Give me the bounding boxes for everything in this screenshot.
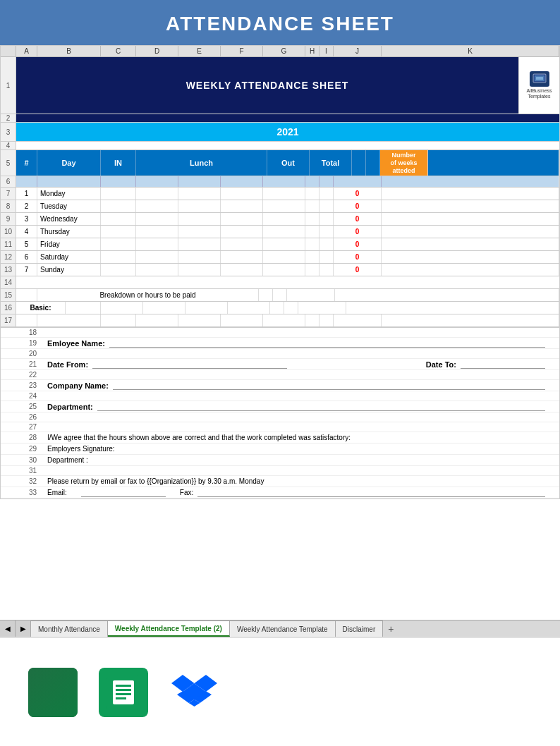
day5-i[interactable] (319, 238, 334, 250)
day3-lunch2[interactable] (178, 213, 221, 225)
day3-out[interactable] (221, 213, 263, 225)
email-line[interactable] (81, 489, 166, 497)
day1-k[interactable] (382, 188, 559, 200)
day2-total[interactable] (263, 200, 305, 212)
day4-in[interactable] (101, 226, 136, 238)
day7-in[interactable] (101, 264, 136, 276)
breakdown-j (287, 289, 335, 301)
company-name-line[interactable] (113, 381, 545, 390)
basic-c[interactable] (66, 302, 101, 314)
excel-icon[interactable]: X (28, 668, 78, 717)
department-line[interactable] (97, 403, 545, 411)
day4-i[interactable] (319, 226, 334, 238)
day1-num: 1 (16, 188, 37, 200)
day-row-sunday: 13 7 Sunday 0 (1, 264, 559, 276)
icons-bar: X (0, 637, 560, 746)
day4-lunch1[interactable] (136, 226, 178, 238)
breakdown-row: 15 Breakdown or hours to be paid (1, 289, 559, 302)
day2-h[interactable] (305, 200, 319, 212)
day7-lunch2[interactable] (178, 264, 221, 276)
day3-i[interactable] (319, 213, 334, 225)
day6-k[interactable] (382, 251, 559, 263)
svg-rect-9 (116, 693, 131, 695)
day2-lunch2[interactable] (178, 200, 221, 212)
tab-monthly-attendance[interactable]: Monthly Attendance (31, 620, 108, 637)
day6-lunch1[interactable] (136, 251, 178, 263)
basic-label: Basic: (16, 302, 66, 314)
day3-lunch1[interactable] (136, 213, 178, 225)
basic-h[interactable] (270, 302, 284, 314)
day5-lunch2[interactable] (178, 238, 221, 250)
day3-k[interactable] (382, 213, 559, 225)
day7-out[interactable] (221, 264, 263, 276)
tab-disclaimer[interactable]: Disclaimer (336, 620, 384, 637)
day5-in[interactable] (101, 238, 136, 250)
day1-total[interactable] (263, 188, 305, 200)
day3-h[interactable] (305, 213, 319, 225)
day5-h[interactable] (305, 238, 319, 250)
row-num-8: 8 (1, 200, 16, 212)
employee-name-line[interactable] (109, 339, 545, 348)
day6-numweeks: 0 (334, 251, 382, 263)
basic-g[interactable] (228, 302, 270, 314)
basic-k[interactable] (346, 302, 559, 314)
day7-i[interactable] (319, 264, 334, 276)
basic-j[interactable] (298, 302, 346, 314)
dropbox-icon[interactable] (169, 668, 219, 717)
basic-f[interactable] (185, 302, 228, 314)
day5-k[interactable] (382, 238, 559, 250)
day2-lunch1[interactable] (136, 200, 178, 212)
tab-weekly-template[interactable]: Weekly Attendance Template (230, 620, 336, 637)
col-J: J (334, 46, 382, 56)
breakdown-i (273, 289, 287, 301)
day6-total[interactable] (263, 251, 305, 263)
tab-scroll-left[interactable]: ◀ (0, 620, 16, 637)
day5-total[interactable] (263, 238, 305, 250)
day4-lunch2[interactable] (178, 226, 221, 238)
tab-add-button[interactable]: + (383, 620, 398, 637)
basic-d[interactable] (101, 302, 143, 314)
day2-i[interactable] (319, 200, 334, 212)
row-31: 31 (1, 466, 559, 476)
date-to-line[interactable] (461, 360, 545, 369)
day1-in[interactable] (101, 188, 136, 200)
day7-k[interactable] (382, 264, 559, 276)
basic-e[interactable] (143, 302, 185, 314)
day1-i[interactable] (319, 188, 334, 200)
sh-out (221, 176, 263, 187)
day7-total[interactable] (263, 264, 305, 276)
date-from-line[interactable] (92, 360, 287, 369)
day1-h[interactable] (305, 188, 319, 200)
tab-scroll-right[interactable]: ▶ (16, 620, 31, 637)
row-num-24: 24 (29, 392, 44, 400)
day3-total[interactable] (263, 213, 305, 225)
day5-out[interactable] (221, 238, 263, 250)
r17-g (263, 314, 305, 326)
sheets-icon[interactable] (99, 668, 148, 717)
day5-lunch1[interactable] (136, 238, 178, 250)
tab-weekly-2[interactable]: Weekly Attendance Template (2) (108, 620, 230, 637)
day6-i[interactable] (319, 251, 334, 263)
day6-lunch2[interactable] (178, 251, 221, 263)
day1-lunch1[interactable] (136, 188, 178, 200)
day6-out[interactable] (221, 251, 263, 263)
basic-i[interactable] (284, 302, 298, 314)
day6-in[interactable] (101, 251, 136, 263)
day3-in[interactable] (101, 213, 136, 225)
day7-h[interactable] (305, 264, 319, 276)
day4-k[interactable] (382, 226, 559, 238)
day4-out[interactable] (221, 226, 263, 238)
fax-line[interactable] (197, 489, 545, 497)
day4-h[interactable] (305, 226, 319, 238)
day1-lunch2[interactable] (178, 188, 221, 200)
breakdown-a (16, 289, 37, 301)
day2-in[interactable] (101, 200, 136, 212)
day1-out[interactable] (221, 188, 263, 200)
day4-total[interactable] (263, 226, 305, 238)
day2-k[interactable] (382, 200, 559, 212)
day-row-tuesday: 8 2 Tuesday 0 (1, 200, 559, 213)
day2-out[interactable] (221, 200, 263, 212)
day7-lunch1[interactable] (136, 264, 178, 276)
day6-h[interactable] (305, 251, 319, 263)
day6-num: 6 (16, 251, 37, 263)
